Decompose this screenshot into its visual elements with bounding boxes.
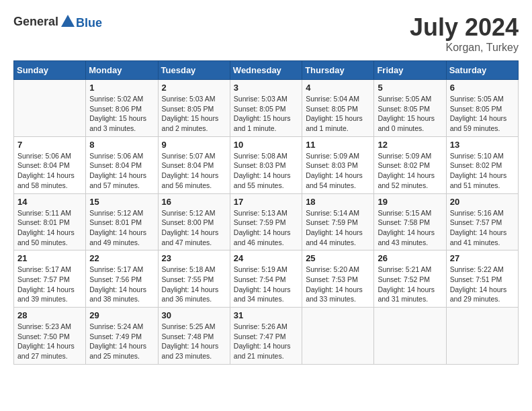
- day-number: 16: [162, 197, 226, 207]
- title-block: July 2024 Korgan, Turkey: [410, 13, 519, 54]
- calendar-cell: 8Sunrise: 5:06 AMSunset: 8:04 PMDaylight…: [86, 136, 158, 193]
- calendar-cell: 11Sunrise: 5:09 AMSunset: 8:03 PMDayligh…: [302, 136, 374, 193]
- calendar-cell: 21Sunrise: 5:17 AMSunset: 7:57 PMDayligh…: [14, 250, 86, 308]
- calendar-cell: [14, 80, 86, 137]
- day-number: 19: [378, 197, 442, 207]
- weekday-header: Wednesday: [230, 61, 302, 80]
- day-number: 22: [89, 253, 154, 263]
- day-number: 15: [89, 197, 154, 207]
- weekday-header: Friday: [374, 61, 446, 80]
- day-detail: Sunrise: 5:24 AMSunset: 7:49 PMDaylight:…: [89, 322, 154, 361]
- calendar-cell: 27Sunrise: 5:22 AMSunset: 7:51 PMDayligh…: [446, 250, 518, 308]
- calendar-cell: 31Sunrise: 5:26 AMSunset: 7:47 PMDayligh…: [230, 308, 302, 365]
- day-detail: Sunrise: 5:25 AMSunset: 7:48 PMDaylight:…: [162, 322, 226, 361]
- day-detail: Sunrise: 5:19 AMSunset: 7:54 PMDaylight:…: [234, 265, 298, 304]
- day-detail: Sunrise: 5:10 AMSunset: 8:02 PMDaylight:…: [450, 151, 515, 191]
- day-detail: Sunrise: 5:26 AMSunset: 7:47 PMDaylight:…: [234, 322, 298, 361]
- calendar-cell: 24Sunrise: 5:19 AMSunset: 7:54 PMDayligh…: [230, 250, 302, 308]
- day-number: 31: [234, 310, 298, 320]
- day-detail: Sunrise: 5:11 AMSunset: 8:01 PMDaylight:…: [17, 208, 82, 248]
- calendar-cell: 3Sunrise: 5:03 AMSunset: 8:05 PMDaylight…: [230, 80, 302, 137]
- calendar-cell: 13Sunrise: 5:10 AMSunset: 8:02 PMDayligh…: [446, 136, 518, 193]
- day-detail: Sunrise: 5:06 AMSunset: 8:04 PMDaylight:…: [17, 151, 82, 191]
- weekday-header-row: SundayMondayTuesdayWednesdayThursdayFrid…: [14, 61, 519, 80]
- calendar-cell: 15Sunrise: 5:12 AMSunset: 8:01 PMDayligh…: [86, 193, 158, 250]
- day-detail: Sunrise: 5:13 AMSunset: 7:59 PMDaylight:…: [234, 208, 298, 248]
- day-detail: Sunrise: 5:15 AMSunset: 7:58 PMDaylight:…: [378, 208, 442, 248]
- day-number: 2: [162, 83, 226, 93]
- calendar-cell: [302, 308, 374, 365]
- calendar-week-row: 28Sunrise: 5:23 AMSunset: 7:50 PMDayligh…: [14, 308, 519, 365]
- day-detail: Sunrise: 5:02 AMSunset: 8:06 PMDaylight:…: [89, 94, 154, 134]
- svg-marker-0: [61, 15, 75, 27]
- month-title: July 2024: [410, 13, 519, 42]
- calendar-cell: 23Sunrise: 5:18 AMSunset: 7:55 PMDayligh…: [158, 250, 230, 308]
- day-number: 27: [450, 253, 515, 263]
- day-detail: Sunrise: 5:12 AMSunset: 8:01 PMDaylight:…: [89, 208, 154, 248]
- day-number: 21: [17, 253, 82, 263]
- day-detail: Sunrise: 5:22 AMSunset: 7:51 PMDaylight:…: [450, 265, 515, 304]
- location-title: Korgan, Turkey: [410, 42, 519, 54]
- day-detail: Sunrise: 5:12 AMSunset: 8:00 PMDaylight:…: [162, 208, 226, 248]
- calendar-week-row: 21Sunrise: 5:17 AMSunset: 7:57 PMDayligh…: [14, 250, 519, 308]
- day-detail: Sunrise: 5:18 AMSunset: 7:55 PMDaylight:…: [162, 265, 226, 304]
- day-number: 12: [378, 140, 442, 150]
- day-number: 1: [89, 83, 154, 93]
- day-number: 11: [306, 140, 370, 150]
- day-number: 9: [162, 140, 226, 150]
- day-number: 25: [306, 253, 370, 263]
- logo-icon: [60, 13, 76, 30]
- day-detail: Sunrise: 5:09 AMSunset: 8:03 PMDaylight:…: [306, 151, 370, 191]
- day-number: 29: [89, 310, 154, 320]
- calendar-cell: 25Sunrise: 5:20 AMSunset: 7:53 PMDayligh…: [302, 250, 374, 308]
- day-detail: Sunrise: 5:07 AMSunset: 8:04 PMDaylight:…: [162, 151, 226, 191]
- day-detail: Sunrise: 5:05 AMSunset: 8:05 PMDaylight:…: [450, 94, 515, 134]
- day-number: 18: [306, 197, 370, 207]
- day-detail: Sunrise: 5:08 AMSunset: 8:03 PMDaylight:…: [234, 151, 298, 191]
- calendar-cell: 28Sunrise: 5:23 AMSunset: 7:50 PMDayligh…: [14, 308, 86, 365]
- day-detail: Sunrise: 5:16 AMSunset: 7:57 PMDaylight:…: [450, 208, 515, 248]
- day-detail: Sunrise: 5:17 AMSunset: 7:56 PMDaylight:…: [89, 265, 154, 304]
- day-detail: Sunrise: 5:03 AMSunset: 8:05 PMDaylight:…: [162, 94, 226, 134]
- day-number: 8: [89, 140, 154, 150]
- calendar-cell: 9Sunrise: 5:07 AMSunset: 8:04 PMDaylight…: [158, 136, 230, 193]
- calendar-week-row: 1Sunrise: 5:02 AMSunset: 8:06 PMDaylight…: [14, 80, 519, 137]
- calendar-cell: [446, 308, 518, 365]
- day-detail: Sunrise: 5:23 AMSunset: 7:50 PMDaylight:…: [17, 322, 82, 361]
- day-number: 7: [17, 140, 82, 150]
- day-number: 17: [234, 197, 298, 207]
- calendar-cell: 26Sunrise: 5:21 AMSunset: 7:52 PMDayligh…: [374, 250, 446, 308]
- logo-general: General: [13, 15, 58, 28]
- calendar-cell: 18Sunrise: 5:14 AMSunset: 7:59 PMDayligh…: [302, 193, 374, 250]
- day-detail: Sunrise: 5:14 AMSunset: 7:59 PMDaylight:…: [306, 208, 370, 248]
- day-detail: Sunrise: 5:20 AMSunset: 7:53 PMDaylight:…: [306, 265, 370, 304]
- day-number: 3: [234, 83, 298, 93]
- day-number: 23: [162, 253, 226, 263]
- calendar-cell: 30Sunrise: 5:25 AMSunset: 7:48 PMDayligh…: [158, 308, 230, 365]
- day-number: 14: [17, 197, 82, 207]
- day-number: 6: [450, 83, 515, 93]
- day-detail: Sunrise: 5:09 AMSunset: 8:02 PMDaylight:…: [378, 151, 442, 191]
- calendar-cell: 19Sunrise: 5:15 AMSunset: 7:58 PMDayligh…: [374, 193, 446, 250]
- calendar-cell: 20Sunrise: 5:16 AMSunset: 7:57 PMDayligh…: [446, 193, 518, 250]
- day-number: 4: [306, 83, 370, 93]
- calendar-cell: 6Sunrise: 5:05 AMSunset: 8:05 PMDaylight…: [446, 80, 518, 137]
- calendar-cell: [374, 308, 446, 365]
- calendar-cell: 22Sunrise: 5:17 AMSunset: 7:56 PMDayligh…: [86, 250, 158, 308]
- day-number: 28: [17, 310, 82, 320]
- calendar-cell: 4Sunrise: 5:04 AMSunset: 8:05 PMDaylight…: [302, 80, 374, 137]
- calendar-cell: 17Sunrise: 5:13 AMSunset: 7:59 PMDayligh…: [230, 193, 302, 250]
- calendar-cell: 16Sunrise: 5:12 AMSunset: 8:00 PMDayligh…: [158, 193, 230, 250]
- calendar-cell: 10Sunrise: 5:08 AMSunset: 8:03 PMDayligh…: [230, 136, 302, 193]
- day-detail: Sunrise: 5:05 AMSunset: 8:05 PMDaylight:…: [378, 94, 442, 134]
- calendar-week-row: 14Sunrise: 5:11 AMSunset: 8:01 PMDayligh…: [14, 193, 519, 250]
- day-number: 26: [378, 253, 442, 263]
- day-number: 13: [450, 140, 515, 150]
- weekday-header: Sunday: [14, 61, 86, 80]
- weekday-header: Thursday: [302, 61, 374, 80]
- day-detail: Sunrise: 5:21 AMSunset: 7:52 PMDaylight:…: [378, 265, 442, 304]
- logo: General Blue: [13, 13, 102, 32]
- day-number: 5: [378, 83, 442, 93]
- day-number: 24: [234, 253, 298, 263]
- day-number: 30: [162, 310, 226, 320]
